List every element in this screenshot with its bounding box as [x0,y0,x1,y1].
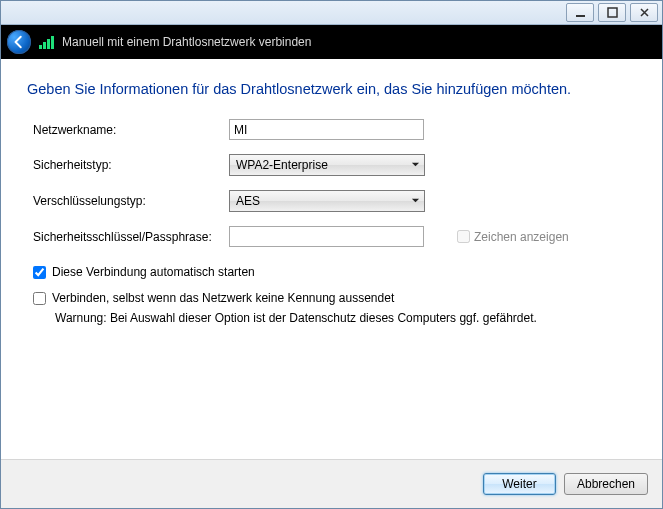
encryption-type-select[interactable]: AES [229,190,425,212]
form-grid: Netzwerkname: Sicherheitstyp: WPA2-Enter… [33,119,636,247]
security-type-label: Sicherheitstyp: [33,158,229,172]
connect-hidden-checkbox[interactable] [33,292,46,305]
passphrase-label: Sicherheitsschlüssel/Passphrase: [33,230,229,244]
back-arrow-icon [12,35,26,49]
passphrase-input [229,226,424,247]
window-controls [566,3,658,22]
svg-rect-1 [608,8,617,17]
connect-hidden-label: Verbinden, selbst wenn das Netzwerk kein… [52,291,394,305]
minimize-button[interactable] [566,3,594,22]
wizard-body: Geben Sie Informationen für das Drahtlos… [1,59,662,325]
cancel-button[interactable]: Abbrechen [564,473,648,495]
auto-start-checkbox[interactable] [33,266,46,279]
svg-rect-0 [576,15,585,17]
close-button[interactable] [630,3,658,22]
chevron-down-icon [411,158,420,172]
wizard-header: Manuell mit einem Drahtlosnetzwerk verbi… [1,25,662,59]
maximize-icon [607,7,618,18]
network-name-label: Netzwerkname: [33,123,229,137]
next-button[interactable]: Weiter [483,473,556,495]
show-characters-label: Zeichen anzeigen [474,230,569,244]
encryption-type-label: Verschlüsselungstyp: [33,194,229,208]
chevron-down-icon [411,194,420,208]
maximize-button[interactable] [598,3,626,22]
wizard-footer: Weiter Abbrechen [1,459,662,508]
wireless-signal-icon [39,35,54,49]
security-type-select[interactable]: WPA2-Enterprise [229,154,425,176]
wizard-window: Manuell mit einem Drahtlosnetzwerk verbi… [0,0,663,509]
window-title-bar [1,1,662,25]
back-button[interactable] [7,30,31,54]
show-characters-option: Zeichen anzeigen [457,230,636,244]
close-icon [639,7,650,18]
auto-start-option[interactable]: Diese Verbindung automatisch starten [33,265,636,279]
auto-start-label: Diese Verbindung automatisch starten [52,265,255,279]
security-type-value: WPA2-Enterprise [236,158,328,172]
hidden-network-warning: Warnung: Bei Auswahl dieser Option ist d… [55,311,636,325]
network-name-input[interactable] [229,119,424,140]
instruction-text: Geben Sie Informationen für das Drahtlos… [27,81,636,97]
show-characters-checkbox [457,230,470,243]
wizard-title: Manuell mit einem Drahtlosnetzwerk verbi… [62,35,311,49]
encryption-type-value: AES [236,194,260,208]
connect-hidden-option[interactable]: Verbinden, selbst wenn das Netzwerk kein… [33,291,636,305]
minimize-icon [575,7,586,18]
